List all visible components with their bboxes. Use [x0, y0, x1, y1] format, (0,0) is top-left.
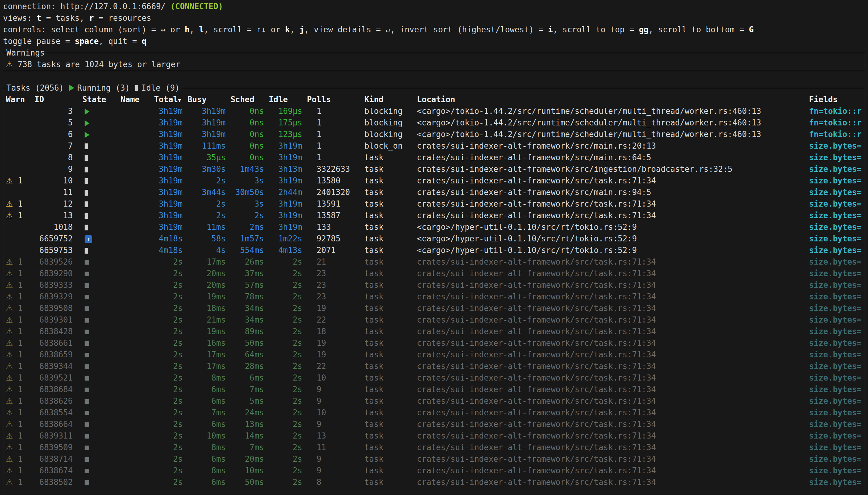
cell-id: 7	[34, 140, 82, 152]
busy-duration: 3m30s	[202, 165, 226, 174]
cell-state	[82, 140, 120, 152]
idle-duration: 2s	[293, 443, 302, 452]
task-row[interactable]: ⚠ 168386592s17ms64ms2s19taskcrates/sui-i…	[6, 349, 865, 360]
cell-sched: 78ms	[231, 291, 269, 303]
cell-warn: ⚠ 1	[6, 326, 34, 337]
controls-line: controls: select column (sort) = ↔ or h,…	[3, 24, 868, 35]
task-row[interactable]: ⚠ 168392902s20ms37ms2s23taskcrates/sui-i…	[6, 268, 865, 279]
cell-polls: 23	[307, 268, 364, 279]
cell-fields: size.bytes=	[809, 210, 865, 221]
cell-fields: size.bytes=	[809, 337, 865, 349]
text-segment: q	[142, 37, 147, 46]
task-row[interactable]: ⚠ 168387142s6ms20ms2s9taskcrates/sui-ind…	[6, 453, 865, 465]
cell-polls: 23	[307, 279, 364, 291]
cell-total: 3h19m	[154, 152, 187, 163]
task-row[interactable]: ⚠ 168395082s18ms34ms2s19taskcrates/sui-i…	[6, 303, 865, 314]
cell-kind: task	[364, 407, 417, 419]
task-row[interactable]: 63h19m3h19m0ns123µs1blocking<cargo>/toki…	[6, 129, 865, 140]
cell-name	[121, 210, 154, 221]
cell-kind: task	[364, 152, 417, 163]
task-row[interactable]: ⚠ 168386842s6ms7ms2s9taskcrates/sui-inde…	[6, 383, 865, 395]
cell-busy: 2s	[187, 210, 231, 221]
busy-duration: 2s	[216, 211, 226, 220]
task-row[interactable]: ⚠ 1103h19m2s3s3h19m13580taskcrates/sui-i…	[6, 175, 865, 186]
sched-duration: 1m43s	[240, 165, 264, 174]
fields-value: size.bytes=	[809, 478, 862, 487]
cell-warn: ⚠ 1	[6, 175, 34, 186]
warning-icon: ⚠	[6, 211, 13, 220]
task-row[interactable]: ⚠ 168393292s19ms78ms2s23taskcrates/sui-i…	[6, 291, 865, 303]
pause-icon	[85, 201, 88, 207]
cell-kind: task	[364, 256, 417, 268]
warning-icon: ⚠	[6, 455, 13, 464]
task-row[interactable]: 53h19m3h19m0ns175µs1blocking<cargo>/toki…	[6, 117, 865, 129]
cell-id: 6838674	[34, 465, 82, 476]
task-row[interactable]: 33h19m3h19m0ns169µs1blocking<cargo>/toki…	[6, 105, 865, 117]
up-arrow-icon	[85, 235, 92, 243]
cell-location: crates/sui-indexer-alt-framework/src/tas…	[417, 395, 809, 407]
task-row[interactable]: 66597524m18s58s1m57s1m22s92785task<cargo…	[6, 233, 865, 244]
cell-total: 2s	[154, 453, 187, 465]
task-row[interactable]: 10183h19m11ms2ms3h19m133task<cargo>/hype…	[6, 221, 865, 233]
warning-icon: ⚠	[6, 466, 13, 475]
task-row[interactable]: ⚠ 168384282s19ms89ms2s18taskcrates/sui-i…	[6, 326, 865, 337]
cell-idle: 4m13s	[269, 244, 307, 256]
cell-location: crates/sui-indexer-alt-framework/src/tas…	[417, 383, 809, 395]
cell-idle: 2s	[269, 395, 307, 407]
stop-icon	[85, 480, 89, 485]
cell-busy: 6ms	[187, 453, 231, 465]
sched-duration: 5ms	[250, 396, 264, 406]
idle-duration: 3h19m	[278, 141, 302, 151]
task-row[interactable]: 73h19m111ms0ns3h19m1block_oncrates/sui-i…	[6, 140, 865, 152]
task-row[interactable]: ⚠ 1133h19m2s2s3h19m13587taskcrates/sui-i…	[6, 210, 865, 221]
stop-icon	[85, 353, 89, 357]
task-row[interactable]: ⚠ 168393112s10ms14ms2s13taskcrates/sui-i…	[6, 430, 865, 442]
total-duration: 2s	[173, 350, 183, 359]
cell-location: crates/sui-indexer-alt-framework/src/tas…	[417, 303, 809, 314]
cell-name	[121, 198, 154, 210]
text-segment: ↑↓	[256, 25, 266, 34]
warning-icon: ⚠	[6, 385, 13, 394]
total-duration: 2s	[173, 292, 183, 301]
task-row[interactable]: 113h19m3m44s30m50s2h44m2401320taskcrates…	[6, 186, 865, 198]
task-row[interactable]: ⚠ 168393012s21ms34ms2s22taskcrates/sui-i…	[6, 314, 865, 326]
cell-idle: 2s	[269, 349, 307, 360]
cell-id: 6838684	[34, 383, 82, 395]
cell-state	[82, 175, 120, 186]
busy-duration: 3h19m	[202, 130, 226, 139]
cell-fields: fn=tokio::r	[809, 117, 865, 129]
total-duration: 3h19m	[159, 153, 183, 162]
task-row[interactable]: ⚠ 168395092s8ms7ms2s11taskcrates/sui-ind…	[6, 442, 865, 453]
cell-idle: 2s	[269, 465, 307, 476]
task-row[interactable]: ⚠ 168393442s17ms28ms2s22taskcrates/sui-i…	[6, 360, 865, 372]
cell-sched: 1m57s	[231, 233, 269, 244]
warning-icon: ⚠	[6, 396, 13, 406]
fields-value: fn=tokio::r	[809, 106, 862, 116]
cell-name	[121, 175, 154, 186]
task-row[interactable]: ⚠ 168385022s6ms50ms2s8taskcrates/sui-ind…	[6, 476, 865, 488]
task-row[interactable]: 83h19m35µs0ns3h19m1taskcrates/sui-indexe…	[6, 152, 865, 163]
task-row[interactable]: 66597534m18s4s554ms4m13s2071task<cargo>/…	[6, 244, 865, 256]
task-row[interactable]: ⚠ 168385542s7ms24ms2s10taskcrates/sui-in…	[6, 407, 865, 419]
task-row[interactable]: ⚠ 168386742s8ms10ms2s9taskcrates/sui-ind…	[6, 465, 865, 476]
task-row[interactable]: ⚠ 168386262s6ms5ms2s9taskcrates/sui-inde…	[6, 395, 865, 407]
cell-name	[121, 476, 154, 488]
cell-name	[121, 129, 154, 140]
task-row[interactable]: ⚠ 168393332s20ms57ms2s23taskcrates/sui-i…	[6, 279, 865, 291]
cell-kind: task	[364, 372, 417, 383]
task-row[interactable]: ⚠ 168386642s6ms13ms2s9taskcrates/sui-ind…	[6, 419, 865, 430]
cell-busy: 35µs	[187, 152, 231, 163]
cell-state	[82, 163, 120, 175]
task-row[interactable]: ⚠ 1123h19m2s3s3h19m13591taskcrates/sui-i…	[6, 198, 865, 210]
task-row[interactable]: ⚠ 168395262s17ms26ms2s21taskcrates/sui-i…	[6, 256, 865, 268]
task-row[interactable]: ⚠ 168386612s16ms50ms2s19taskcrates/sui-i…	[6, 337, 865, 349]
sched-duration: 78ms	[245, 292, 264, 301]
task-row[interactable]: ⚠ 168395212s8ms6ms2s10taskcrates/sui-ind…	[6, 372, 865, 383]
warning-message: 738 tasks are 1024 bytes or larger	[18, 60, 180, 69]
cell-location: <cargo>/hyper-util-0.1.10/src/rt/tokio.r…	[417, 244, 809, 256]
cell-total: 2s	[154, 279, 187, 291]
task-row[interactable]: 93h19m3m30s1m43s3h13m3322633taskcrates/s…	[6, 163, 865, 175]
pause-icon	[85, 190, 88, 195]
cell-name	[121, 360, 154, 372]
fields-value: size.bytes=	[809, 455, 862, 464]
